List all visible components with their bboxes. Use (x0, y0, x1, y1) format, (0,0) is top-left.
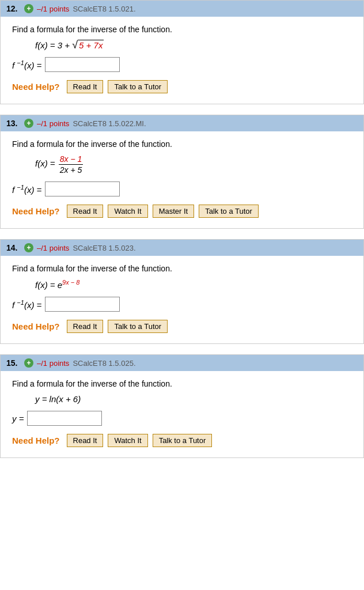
question-12-header: 12. + –/1 points SCalcET8 1.5.021. (1, 1, 363, 17)
answer-input-13[interactable] (45, 181, 120, 196)
answer-label-12: f −1(x) = (12, 59, 41, 70)
read-it-button-14[interactable]: Read It (67, 320, 104, 333)
need-help-label-15: Need Help? (12, 436, 60, 445)
talk-to-tutor-button-14[interactable]: Talk to a Tutor (108, 320, 168, 333)
plus-icon-14[interactable]: + (24, 243, 33, 252)
function-display-15: y = ln(x + 6) (35, 394, 352, 404)
question-body-14: Find a formula for the inverse of the fu… (1, 256, 363, 343)
points-12: –/1 points (37, 5, 69, 13)
need-help-row-14: Need Help? Read It Talk to a Tutor (12, 320, 352, 333)
plus-icon-15[interactable]: + (24, 358, 33, 368)
read-it-button-13[interactable]: Read It (67, 205, 104, 218)
answer-row-14: f −1(x) = (12, 297, 352, 312)
question-15: 15. + –/1 points SCalcET8 1.5.025. Find … (0, 354, 364, 458)
talk-to-tutor-button-15[interactable]: Talk to a Tutor (153, 434, 213, 447)
function-display-13: f(x) = 8x − 1 2x + 5 (35, 154, 352, 175)
answer-row-12: f −1(x) = (12, 57, 352, 72)
function-display-14: f(x) = e9x − 8 (35, 279, 352, 290)
question-number-14: 14. (6, 243, 21, 252)
read-it-button-15[interactable]: Read It (67, 434, 104, 447)
need-help-row-12: Need Help? Read It Talk to a Tutor (12, 80, 352, 93)
talk-to-tutor-button-12[interactable]: Talk to a Tutor (108, 80, 168, 93)
question-body-13: Find a formula for the inverse of the fu… (1, 131, 363, 228)
need-help-label-12: Need Help? (12, 82, 60, 92)
question-13: 13. + –/1 points SCalcET8 1.5.022.MI. Fi… (0, 115, 364, 229)
answer-input-12[interactable] (45, 57, 120, 72)
instruction-13: Find a formula for the inverse of the fu… (12, 139, 352, 149)
points-15: –/1 points (37, 359, 69, 368)
need-help-label-14: Need Help? (12, 322, 60, 331)
points-13: –/1 points (37, 119, 69, 128)
instruction-12: Find a formula for the inverse of the fu… (12, 25, 352, 34)
problem-id-15: SCalcET8 1.5.025. (73, 359, 135, 368)
need-help-label-13: Need Help? (12, 206, 60, 216)
answer-label-15: y = (12, 414, 24, 423)
answer-input-15[interactable] (27, 411, 102, 426)
answer-input-14[interactable] (45, 297, 120, 312)
instruction-15: Find a formula for the inverse of the fu… (12, 379, 352, 388)
read-it-button-12[interactable]: Read It (67, 80, 104, 93)
problem-id-12: SCalcET8 1.5.021. (73, 5, 135, 13)
answer-row-15: y = (12, 411, 352, 426)
plus-icon-12[interactable]: + (24, 4, 33, 13)
points-14: –/1 points (37, 244, 69, 252)
need-help-row-13: Need Help? Read It Watch It Master It Ta… (12, 205, 352, 218)
question-13-header: 13. + –/1 points SCalcET8 1.5.022.MI. (1, 115, 363, 131)
answer-label-13: f −1(x) = (12, 184, 41, 195)
watch-it-button-15[interactable]: Watch It (108, 434, 147, 447)
need-help-row-15: Need Help? Read It Watch It Talk to a Tu… (12, 434, 352, 447)
function-display-12: f(x) = 3 + √5 + 7x (35, 40, 352, 50)
talk-to-tutor-button-13[interactable]: Talk to a Tutor (199, 205, 259, 218)
answer-row-13: f −1(x) = (12, 181, 352, 196)
question-number-12: 12. (6, 4, 21, 13)
instruction-14: Find a formula for the inverse of the fu… (12, 264, 352, 273)
answer-label-14: f −1(x) = (12, 299, 41, 310)
question-14: 14. + –/1 points SCalcET8 1.5.023. Find … (0, 239, 364, 344)
question-14-header: 14. + –/1 points SCalcET8 1.5.023. (1, 240, 363, 256)
watch-it-button-13[interactable]: Watch It (108, 205, 147, 218)
question-body-12: Find a formula for the inverse of the fu… (1, 17, 363, 104)
question-number-13: 13. (6, 119, 21, 128)
problem-id-13: SCalcET8 1.5.022.MI. (73, 119, 146, 128)
plus-icon-13[interactable]: + (24, 119, 33, 128)
question-number-15: 15. (6, 358, 21, 368)
problem-id-14: SCalcET8 1.5.023. (73, 244, 135, 252)
master-it-button-13[interactable]: Master It (153, 205, 195, 218)
question-12: 12. + –/1 points SCalcET8 1.5.021. Find … (0, 0, 364, 104)
question-body-15: Find a formula for the inverse of the fu… (1, 371, 363, 457)
question-15-header: 15. + –/1 points SCalcET8 1.5.025. (1, 355, 363, 371)
